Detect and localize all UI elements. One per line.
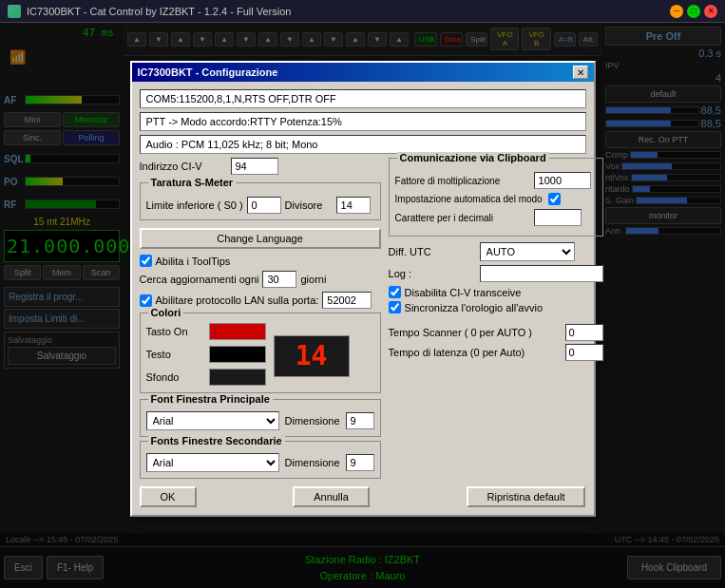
diff-utc-select[interactable]: AUTO — [480, 242, 575, 261]
font-sec-row: Arial Dimensione — [146, 453, 374, 472]
limite-input[interactable] — [247, 197, 281, 214]
ripristina-button[interactable]: Ripristina default — [467, 486, 586, 507]
indirizzo-row: Indirizzo CI-V — [140, 158, 381, 175]
app-icon — [8, 5, 21, 18]
modal-action-bar: OK Annulla Ripristina default — [140, 483, 586, 507]
testo-label: Testo — [146, 349, 203, 360]
audio-info-row: Audio : PCM 11,025 kHz; 8 bit; Mono — [140, 135, 586, 154]
com-info-row: COM5:115200,8,1,N,RTS OFF,DTR OFF — [140, 89, 586, 108]
font-sec-select[interactable]: Arial — [146, 453, 279, 472]
dim-main-label: Dimensione — [285, 415, 340, 427]
title-bar-left: IC7300BKT - Cat Control by IZ2BKT - 1.2.… — [8, 5, 291, 18]
impostazione-checkbox[interactable] — [548, 193, 561, 205]
font-sec-title: Fonts Finestre Secondarie — [148, 435, 285, 446]
log-label: Log : — [389, 268, 474, 279]
dim-sec-input[interactable] — [346, 454, 374, 471]
title-bar: IC7300BKT - Cat Control by IZ2BKT - 1.2.… — [0, 0, 725, 23]
giorni-label: giorni — [300, 274, 326, 285]
font-main-title: Font Finestra Principale — [148, 393, 273, 405]
title-controls: ─ □ ✕ — [670, 5, 717, 18]
scanner-label1: Tempo Scanner ( 0 per AUTO ) — [389, 327, 562, 338]
annulla-button[interactable]: Annulla — [293, 486, 370, 507]
diff-utc-row: Diff. UTC AUTO — [389, 242, 603, 261]
s-meter-title: Taratura S-Meter — [148, 177, 237, 188]
maximize-button[interactable]: □ — [687, 5, 700, 18]
disabilita-row: Disabilita CI-V transceive — [389, 286, 603, 298]
color-sample: 14 — [274, 335, 350, 377]
colori-section: Colori Tasto On Testo — [140, 313, 381, 393]
latenza-row: Tempo di latenza (0 per Auto) — [389, 344, 603, 361]
carattere-input[interactable] — [534, 209, 582, 226]
minimize-button[interactable]: ─ — [670, 5, 683, 18]
modal-title: IC7300BKT - Configurazione — [138, 66, 278, 78]
update-row: Cerca aggiornamenti ogni giorni — [140, 271, 381, 288]
tooltip-label: Abilita i ToolTips — [156, 256, 231, 267]
latenza-input[interactable] — [565, 344, 603, 361]
ptt-info-row: PTT -> Modo accordo:RTTY Potenza:15% — [140, 112, 586, 131]
log-input[interactable] — [480, 265, 603, 282]
sfondo-swatch[interactable] — [209, 369, 266, 386]
modal-cols: Indirizzo CI-V Taratura S-Meter Limite i… — [140, 158, 586, 483]
carattere-label: Carattere per i decimali — [395, 213, 528, 223]
font-main-section: Font Finestra Principale Arial Dimension… — [140, 399, 381, 437]
modal-close-button[interactable]: ✕ — [573, 66, 588, 79]
indirizzo-input[interactable] — [231, 158, 278, 175]
ok-button[interactable]: OK — [140, 486, 197, 507]
lan-checkbox[interactable] — [140, 294, 152, 307]
divisore-input[interactable] — [336, 197, 371, 214]
modal-body: COM5:115200,8,1,N,RTS OFF,DTR OFF PTT ->… — [132, 82, 594, 515]
clipboard-section: Comunicazione via Clipboard Fattore di m… — [389, 158, 603, 237]
disabilita-checkbox[interactable] — [389, 286, 401, 298]
font-main-row: Arial Dimensione — [146, 411, 374, 430]
close-button[interactable]: ✕ — [704, 5, 717, 18]
tasto-on-label: Tasto On — [146, 326, 203, 337]
change-lang-button[interactable]: Change Language — [140, 228, 381, 249]
log-row: Log : — [389, 265, 603, 282]
carattere-row: Carattere per i decimali — [395, 209, 597, 226]
lan-label: Abilitare protocollo LAN sulla porta: — [156, 294, 319, 306]
testo-row: Testo — [146, 346, 266, 363]
sfondo-row: Sfondo — [146, 369, 266, 386]
impostazione-row: Impostazione automatica del modo — [395, 193, 597, 205]
testo-swatch[interactable] — [209, 346, 266, 363]
impostazione-label: Impostazione automatica del modo — [395, 194, 543, 204]
divisore-label: Divisore — [285, 199, 333, 211]
indirizzo-label: Indirizzo CI-V — [140, 161, 225, 172]
scanner-input1[interactable] — [565, 324, 603, 341]
moltiplicazione-row: Fattore di moltiplicazione — [395, 172, 597, 189]
latenza-label: Tempo di latenza (0 per Auto) — [389, 347, 562, 358]
colori-title: Colori — [148, 307, 184, 318]
scanner-row1: Tempo Scanner ( 0 per AUTO ) — [389, 324, 603, 341]
title-text: IC7300BKT - Cat Control by IZ2BKT - 1.2.… — [27, 6, 291, 17]
disabilita-label: Disabilita CI-V transceive — [405, 287, 522, 298]
tooltip-row: Abilita i ToolTips — [140, 255, 381, 267]
s-meter-section: Taratura S-Meter Limite inferiore ( S0 )… — [140, 182, 381, 220]
cerca-input[interactable] — [262, 271, 296, 288]
modal-col-right: Comunicazione via Clipboard Fattore di m… — [389, 158, 603, 483]
modal-title-bar: IC7300BKT - Configurazione ✕ — [132, 63, 594, 82]
app-area: 47 ms 📶 AF Mini Memoriz Sinc. Polling SQ… — [0, 23, 725, 588]
lan-input[interactable] — [322, 292, 372, 309]
dim-main-input[interactable] — [346, 412, 374, 429]
diff-utc-label: Diff. UTC — [389, 246, 474, 257]
clipboard-title: Comunicazione via Clipboard — [397, 152, 549, 163]
moltiplicazione-label: Fattore di moltiplicazione — [395, 176, 528, 186]
tooltip-checkbox[interactable] — [140, 255, 152, 267]
cerca-label: Cerca aggiornamenti ogni — [140, 274, 259, 285]
config-modal: IC7300BKT - Configurazione ✕ COM5:115200… — [130, 61, 596, 517]
moltiplicazione-input[interactable] — [534, 172, 591, 189]
sincronizza-label: Sincronizza l'orologio all'avvio — [405, 302, 543, 313]
modal-overlay: IC7300BKT - Configurazione ✕ COM5:115200… — [0, 23, 725, 588]
modal-col-left: Indirizzo CI-V Taratura S-Meter Limite i… — [140, 158, 381, 483]
dim-sec-label: Dimensione — [285, 457, 340, 468]
limite-label: Limite inferiore ( S0 ) — [146, 199, 243, 211]
sfondo-label: Sfondo — [146, 371, 203, 383]
font-sec-section: Fonts Finestre Secondarie Arial Dimensio… — [140, 441, 381, 479]
sincronizza-row: Sincronizza l'orologio all'avvio — [389, 301, 603, 313]
tasto-on-row: Tasto On — [146, 323, 266, 340]
s-meter-row: Limite inferiore ( S0 ) Divisore — [146, 197, 374, 214]
sincronizza-checkbox[interactable] — [389, 301, 401, 313]
tasto-on-swatch[interactable] — [209, 323, 266, 340]
font-main-select[interactable]: Arial — [146, 411, 279, 430]
